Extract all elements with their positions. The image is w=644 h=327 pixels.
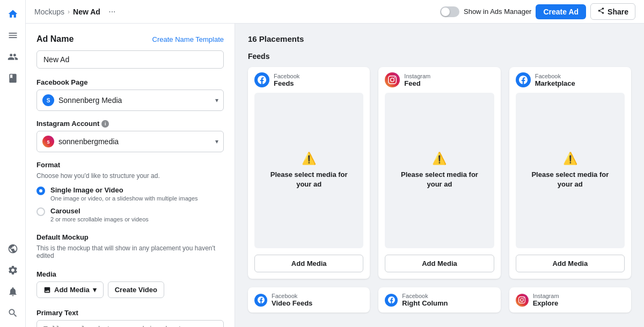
default-mockup-description: This is the mockup that will show in any… [36, 244, 224, 259]
format-description: Choose how you'd like to structure your … [36, 172, 224, 180]
right-panel: 16 Placements Feeds Facebook Feeds [235, 24, 644, 327]
nav-search-icon[interactable] [3, 303, 23, 323]
facebook-marketplace-info: Facebook Marketplace [535, 73, 575, 87]
instagram-feed-info: Instagram Feed [404, 73, 430, 87]
primary-text-section: Primary Text [36, 309, 224, 327]
facebook-marketplace-platform-icon [516, 72, 531, 87]
left-panel: Ad Name Create Name Template Facebook Pa… [26, 24, 235, 327]
placement-header-facebook-marketplace: Facebook Marketplace [509, 67, 631, 93]
breadcrumb-separator: › [68, 8, 70, 16]
create-video-button[interactable]: Create Video [108, 281, 164, 298]
carousel-radio[interactable] [36, 207, 45, 216]
facebook-page-label: Facebook Page [36, 78, 224, 86]
ad-name-title: Ad Name [36, 34, 74, 44]
add-media-label: Add Media [54, 286, 90, 294]
facebook-right-column-info: Facebook Right Column [402, 293, 448, 307]
placements-grid: Facebook Feeds ⚠️ Please select media fo… [248, 67, 631, 279]
format-section: Format Choose how you'd like to structur… [36, 161, 224, 222]
breadcrumb: Mockups › New Ad [34, 8, 100, 16]
show-in-ads-manager-toggle-container: Show in Ads Manager [440, 6, 531, 17]
preview-message-facebook-marketplace: Please select media for your ad [526, 170, 614, 189]
show-in-ads-manager-toggle[interactable] [440, 6, 459, 17]
facebook-page-display[interactable]: S Sonnenberg Media [36, 90, 224, 111]
placement-header-instagram-feed: Instagram Feed [378, 67, 500, 93]
nav-bell-icon[interactable] [3, 282, 23, 301]
media-label: Media [36, 270, 224, 278]
main-container: Mockups › New Ad ··· Show in Ads Manager… [26, 0, 644, 327]
placement-card-facebook-marketplace: Facebook Marketplace ⚠️ Please select me… [509, 67, 631, 279]
create-name-template-link[interactable]: Create Name Template [152, 35, 224, 43]
default-mockup-title: Default Mockup [36, 233, 224, 241]
create-ad-button[interactable]: Create Ad [536, 4, 586, 19]
media-section: Media Add Media ▾ Create Video [36, 270, 224, 298]
content-area: Ad Name Create Name Template Facebook Pa… [26, 24, 644, 327]
default-mockup-section: Default Mockup This is the mockup that w… [36, 233, 224, 259]
bottom-placements-row: Facebook Video Feeds Facebook Right Colu… [248, 287, 631, 313]
ad-name-input[interactable] [36, 50, 224, 69]
facebook-right-column-icon [385, 294, 398, 307]
instagram-explore-info: Instagram Explore [533, 293, 559, 307]
facebook-video-feeds-info: Facebook Video Feeds [272, 293, 312, 307]
placement-card-instagram-explore: Instagram Explore [509, 287, 631, 313]
image-icon [43, 286, 51, 294]
placement-card-facebook-right-column: Facebook Right Column [378, 287, 500, 313]
media-controls: Add Media ▾ Create Video [36, 281, 224, 298]
facebook-feeds-info: Facebook Feeds [274, 73, 299, 87]
toggle-knob [441, 8, 450, 16]
ad-name-header: Ad Name Create Name Template [36, 34, 224, 44]
instagram-account-display[interactable]: s sonnenbergmedia [36, 131, 224, 152]
add-media-card-button-facebook-marketplace[interactable]: Add Media [516, 255, 625, 272]
facebook-video-feeds-icon [254, 294, 267, 307]
nav-book-icon[interactable] [3, 69, 23, 88]
add-media-card-button-facebook-feeds[interactable]: Add Media [254, 255, 363, 272]
instagram-account-value: sonnenbergmedia [58, 137, 119, 146]
preview-message-instagram-feed: Please select media for your ad [396, 170, 483, 189]
instagram-account-select[interactable]: s sonnenbergmedia ▾ [36, 131, 224, 152]
format-carousel-option[interactable]: Carousel 2 or more scrollable images or … [36, 207, 224, 222]
primary-text-input[interactable] [36, 320, 224, 327]
placement-preview-facebook-feeds: ⚠️ Please select media for your ad [254, 93, 363, 248]
single-image-radio[interactable] [36, 187, 45, 195]
placement-preview-facebook-marketplace: ⚠️ Please select media for your ad [516, 93, 625, 248]
breadcrumb-mockups[interactable]: Mockups [34, 8, 64, 16]
share-label: Share [608, 8, 628, 16]
nav-menu-icon[interactable] [3, 26, 23, 45]
show-in-ads-manager-label: Show in Ads Manager [464, 8, 531, 16]
instagram-explore-icon [516, 294, 529, 307]
nav-globe-icon[interactable] [3, 239, 23, 258]
left-navigation [0, 0, 26, 327]
nav-people-icon[interactable] [3, 47, 23, 66]
top-bar: Mockups › New Ad ··· Show in Ads Manager… [26, 0, 644, 24]
facebook-feeds-platform-icon [254, 72, 269, 87]
placements-title: 16 Placements [248, 34, 631, 43]
facebook-page-select[interactable]: S Sonnenberg Media ▾ [36, 90, 224, 111]
warning-icon: ⚠️ [302, 152, 316, 166]
single-image-option-text: Single Image or Video One image or video… [50, 186, 198, 202]
feeds-title: Feeds [248, 52, 631, 61]
add-media-chevron-icon: ▾ [93, 286, 97, 294]
share-button[interactable]: Share [590, 3, 635, 20]
carousel-option-text: Carousel 2 or more scrollable images or … [50, 207, 149, 222]
add-media-card-button-instagram-feed[interactable]: Add Media [385, 255, 494, 272]
add-media-button[interactable]: Add Media ▾ [36, 281, 104, 298]
more-options-button[interactable]: ··· [105, 4, 120, 19]
format-label: Format [36, 161, 224, 169]
feeds-section: Feeds Facebook Feeds [248, 52, 631, 313]
placement-preview-instagram-feed: ⚠️ Please select media for your ad [385, 93, 494, 248]
placement-card-facebook-feeds: Facebook Feeds ⚠️ Please select media fo… [248, 67, 370, 279]
placement-card-facebook-video-feeds: Facebook Video Feeds [248, 287, 370, 313]
instagram-account-icon: s [42, 136, 54, 147]
facebook-page-icon: S [42, 94, 54, 106]
primary-text-label: Primary Text [36, 309, 224, 317]
instagram-info-icon[interactable]: i [101, 120, 109, 128]
warning-icon-instagram: ⚠️ [432, 152, 447, 166]
instagram-account-label: Instagram Account i [36, 120, 224, 128]
placement-card-instagram-feed: Instagram Feed ⚠️ Please select media fo… [378, 67, 500, 279]
facebook-page-value: Sonnenberg Media [58, 96, 122, 105]
preview-message-facebook-feeds: Please select media for your ad [265, 170, 353, 189]
breadcrumb-current: New Ad [73, 8, 100, 16]
format-single-image-option[interactable]: Single Image or Video One image or video… [36, 186, 224, 202]
nav-gear-icon[interactable] [3, 261, 23, 280]
nav-home-icon[interactable] [3, 4, 23, 24]
warning-icon-marketplace: ⚠️ [563, 152, 577, 166]
